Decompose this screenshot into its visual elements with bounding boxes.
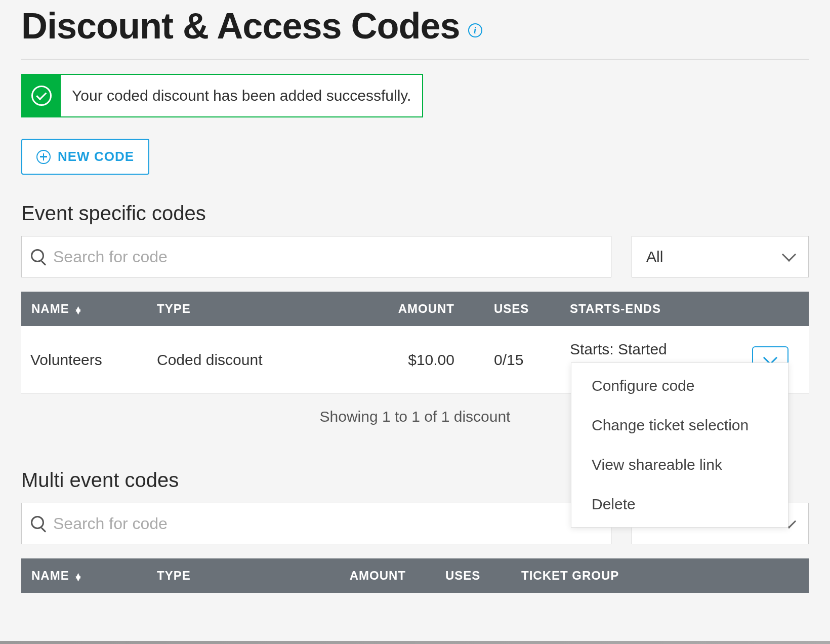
cell-type: Coded discount: [148, 326, 374, 394]
cell-amount: $10.00: [374, 326, 485, 394]
plus-circle-icon: [36, 150, 51, 164]
table-row: Volunteers Coded discount $10.00 0/15 St…: [21, 326, 809, 394]
menu-delete[interactable]: Delete: [571, 485, 788, 524]
search-box-event[interactable]: [21, 236, 611, 277]
col-ticket-group: TICKET GROUP: [512, 558, 748, 593]
chevron-down-icon: [782, 248, 796, 262]
search-icon: [31, 516, 46, 531]
sort-icon: [76, 572, 81, 581]
col-amount-multi: AMOUNT: [325, 558, 436, 593]
col-name[interactable]: NAME: [21, 292, 148, 326]
info-icon[interactable]: i: [468, 23, 482, 37]
event-specific-heading: Event specific codes: [21, 202, 809, 225]
row-actions-menu: Configure code Change ticket selection V…: [571, 363, 788, 528]
new-code-label: NEW CODE: [58, 149, 134, 165]
col-name-multi[interactable]: NAME: [21, 558, 148, 593]
search-input-event[interactable]: [53, 248, 602, 266]
search-box-multi[interactable]: [21, 503, 611, 544]
cell-action: Configure code Change ticket selection V…: [743, 326, 809, 394]
page-title: Discount & Access Codes: [21, 5, 460, 47]
col-starts-ends: STARTS-ENDS: [561, 292, 743, 326]
menu-view-shareable-link[interactable]: View shareable link: [571, 445, 788, 485]
col-type-multi: TYPE: [148, 558, 325, 593]
col-type: TYPE: [148, 292, 374, 326]
sort-icon: [76, 305, 81, 314]
check-circle-icon: [22, 75, 61, 116]
new-code-button[interactable]: NEW CODE: [21, 139, 149, 175]
filter-selected-label: All: [646, 248, 663, 265]
event-codes-table: NAME TYPE AMOUNT USES STARTS-ENDS Volunt…: [21, 292, 809, 394]
menu-configure-code[interactable]: Configure code: [571, 366, 788, 406]
multi-event-codes-table: NAME TYPE AMOUNT USES TICKET GROUP: [21, 558, 809, 593]
cell-uses: 0/15: [485, 326, 561, 394]
success-alert: Your coded discount has been added succe…: [21, 74, 423, 117]
filter-select-event[interactable]: All: [632, 236, 809, 277]
col-actions-multi: [748, 558, 809, 593]
col-actions: [743, 292, 809, 326]
col-uses-multi: USES: [436, 558, 512, 593]
cell-name: Volunteers: [21, 326, 148, 394]
col-uses: USES: [485, 292, 561, 326]
menu-change-ticket-selection[interactable]: Change ticket selection: [571, 406, 788, 445]
search-icon: [31, 249, 46, 264]
alert-message: Your coded discount has been added succe…: [61, 75, 422, 116]
search-input-multi[interactable]: [53, 514, 602, 533]
window-bottom-edge: [0, 641, 830, 644]
page-header: Discount & Access Codes i: [21, 0, 809, 60]
col-amount: AMOUNT: [374, 292, 485, 326]
